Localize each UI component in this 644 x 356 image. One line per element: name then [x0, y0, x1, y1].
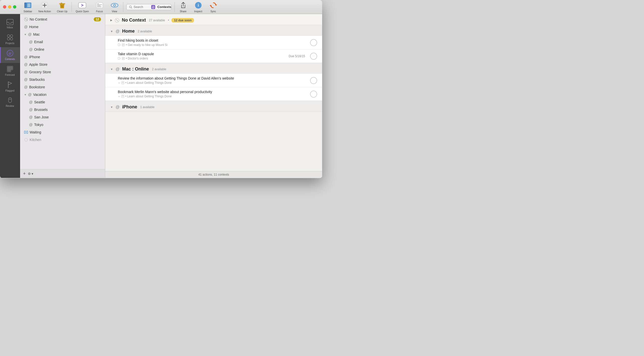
at-icon-online: @	[29, 47, 33, 51]
sidebar-item-projects[interactable]: Projects	[0, 31, 20, 47]
contexts-icon: @	[7, 50, 14, 57]
mac-online-available: 2 available	[152, 67, 166, 71]
complete-hiking-button[interactable]	[310, 39, 317, 46]
home-available: 2 available	[138, 30, 152, 33]
svg-rect-1	[24, 3, 27, 8]
waiting-label: Waiting	[30, 130, 41, 134]
task-vitamin-d[interactable]: Take vitamin D capsule	[105, 49, 322, 63]
sidebar-button[interactable]: Sidebar	[20, 0, 35, 14]
online-label: Online	[34, 47, 44, 51]
context-item-seattle[interactable]: @ Seattle	[20, 98, 105, 106]
view-label: View	[112, 10, 117, 13]
toggle-no-context[interactable]: ▶	[110, 19, 112, 22]
new-action-button[interactable]: New Action	[35, 0, 54, 14]
contexts-label: Contexts	[5, 58, 15, 60]
context-item-online[interactable]: @ Online	[20, 46, 105, 53]
sync-button[interactable]: Sync	[206, 0, 221, 14]
at-icon-iphone: @	[24, 55, 28, 59]
inbox-icon	[7, 19, 14, 25]
context-item-waiting[interactable]: Waiting	[20, 128, 105, 136]
focus-button[interactable]: Focus	[92, 0, 107, 14]
task-sub-gtd: • Learn about Getting Things Done	[118, 81, 307, 85]
context-item-home[interactable]: @ Home	[20, 23, 105, 31]
svg-rect-16	[97, 4, 99, 4]
svg-rect-17	[97, 5, 102, 5]
complete-merlin-button[interactable]	[310, 91, 317, 98]
svg-rect-38	[11, 66, 13, 68]
home-section-title: Home	[122, 29, 135, 34]
context-item-grocery-store[interactable]: @ Grocery Store	[20, 68, 105, 76]
forecast-icon	[7, 65, 14, 73]
context-item-kitchen[interactable]: Kitchen	[20, 136, 105, 144]
maximize-button[interactable]	[13, 5, 16, 9]
at-home-icon: @	[116, 29, 120, 34]
note-add-icon-2	[118, 57, 121, 60]
sidebar-item-contexts[interactable]: @ Contexts	[0, 47, 20, 63]
task-gtd-website[interactable]: Review the information about Getting Thi…	[105, 74, 322, 87]
svg-rect-42	[7, 70, 9, 72]
close-button[interactable]	[3, 5, 6, 9]
note-icon-gtd	[121, 81, 124, 84]
complete-vitamin-button[interactable]: ···	[310, 53, 317, 60]
vacation-label: Vacation	[33, 93, 46, 97]
sync-icon	[209, 1, 217, 9]
context-item-mac[interactable]: ▼ @ Mac	[20, 31, 105, 38]
app-icon: @	[151, 5, 155, 9]
no-context-icon	[24, 17, 28, 21]
context-item-vacation[interactable]: ▼ @ Vacation	[20, 91, 105, 98]
note-add-icon	[118, 43, 121, 46]
toggle-home[interactable]: ▼	[110, 30, 113, 33]
context-item-no-context[interactable]: No Context 12	[20, 16, 105, 23]
task-sub-text-gtd: • Learn about Getting Things Done	[125, 81, 172, 85]
svg-line-24	[131, 8, 132, 8]
section-header-home: ▼ @ Home 2 available	[105, 25, 322, 36]
context-item-email[interactable]: @ Email	[20, 38, 105, 46]
at-icon-grocery-store: @	[24, 70, 28, 74]
clean-up-button[interactable]: Clean Up	[54, 0, 70, 14]
sidebar-item-review[interactable]: Review	[0, 95, 20, 110]
iphone-label: iPhone	[29, 55, 40, 59]
projects-label: Projects	[5, 42, 14, 45]
add-context-button[interactable]: +	[23, 171, 26, 176]
task-hiking-boots[interactable]: Find hiking boots in closet	[105, 36, 322, 49]
context-item-brussels[interactable]: @ Brussels	[20, 106, 105, 113]
task-sub-hiking: • Get ready to hike up Mount Si	[118, 43, 307, 47]
view-icon	[111, 1, 119, 9]
toggle-mac-online[interactable]: ▼	[110, 68, 113, 71]
inspect-button[interactable]: i Inspect	[191, 0, 206, 14]
toggle-iphone[interactable]: ▼	[110, 106, 113, 109]
svg-rect-14	[78, 3, 86, 8]
share-button[interactable]: Share	[176, 0, 191, 14]
context-item-tokyo[interactable]: @ Tokyo	[20, 121, 105, 128]
view-button[interactable]: View	[107, 0, 122, 14]
task-merlin-mann[interactable]: Bookmark Merlin Mann's website about per…	[105, 87, 322, 101]
context-item-bookstore[interactable]: @ Bookstore	[20, 83, 105, 91]
svg-text:@: @	[152, 6, 154, 9]
context-item-san-jose[interactable]: @ San Jose	[20, 113, 105, 121]
note-icon-merlin	[121, 95, 124, 98]
at-icon-san-jose: @	[29, 115, 33, 119]
flagged-label: Flagged	[5, 89, 14, 92]
context-item-starbucks[interactable]: @ Starbucks	[20, 76, 105, 83]
bookstore-label: Bookstore	[29, 85, 45, 89]
svg-point-33	[10, 38, 13, 40]
svg-rect-59	[118, 57, 120, 59]
complete-gtd-button[interactable]	[310, 77, 317, 84]
expand-task-icon-2	[118, 95, 120, 98]
status-bar: 41 actions, 11 contexts	[105, 171, 322, 178]
context-item-iphone[interactable]: @ iPhone	[20, 53, 105, 61]
svg-text:i: i	[198, 3, 199, 7]
sidebar-item-forecast[interactable]: Forecast	[0, 63, 20, 79]
quick-open-button[interactable]: Quick Open	[73, 0, 92, 14]
context-item-apple-store[interactable]: @ Apple Store	[20, 61, 105, 68]
no-context-available: 27 available	[149, 19, 165, 22]
brussels-label: Brussels	[34, 108, 48, 112]
waiting-icon	[24, 130, 28, 134]
svg-rect-2	[27, 4, 30, 4]
minimize-button[interactable]	[8, 5, 11, 9]
sidebar-bottom: + ⚙ ▾	[20, 169, 105, 178]
sidebar-item-flagged[interactable]: Flagged	[0, 79, 20, 95]
svg-rect-43	[9, 70, 11, 72]
sidebar-item-inbox[interactable]: Inbox	[0, 17, 20, 31]
settings-button[interactable]: ⚙ ▾	[28, 172, 34, 176]
